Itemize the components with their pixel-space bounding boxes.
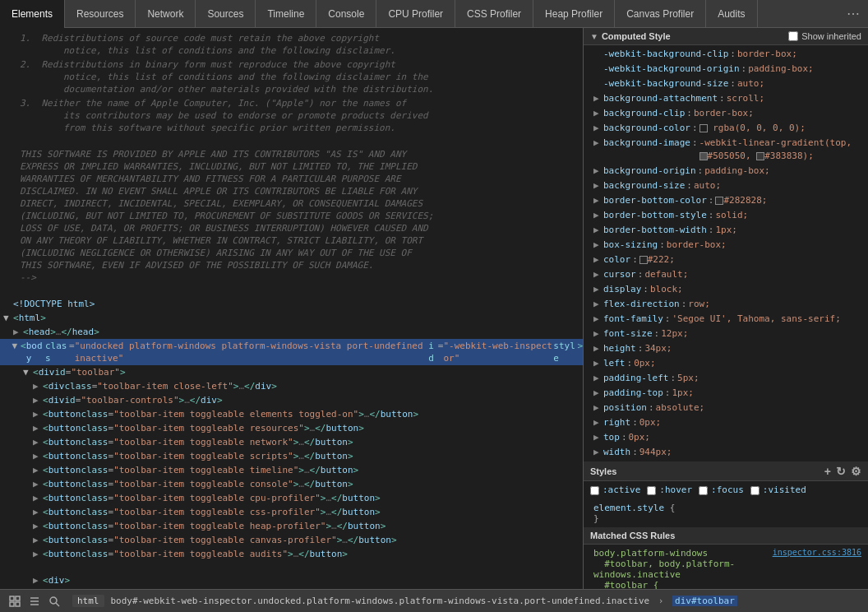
prop-position[interactable]: ▶ position: absolute; bbox=[584, 401, 868, 415]
inspect-icon[interactable] bbox=[7, 593, 23, 610]
prop-arrow[interactable]: ▶ bbox=[593, 122, 603, 135]
tab-audits[interactable]: Audits bbox=[706, 0, 757, 28]
head-collapsed[interactable]: ▶ <head>…</head> bbox=[0, 325, 583, 339]
new-rule-icon[interactable]: + bbox=[824, 465, 831, 478]
btn-console[interactable]: ▶ <button class="toolbar-item toggleable… bbox=[0, 477, 583, 491]
computed-style-toggle-icon[interactable]: ▼ bbox=[590, 32, 598, 41]
prop-arrow[interactable]: ▶ bbox=[593, 313, 603, 326]
prop-width[interactable]: ▶ width: 944px; bbox=[584, 445, 868, 460]
prop-arrow[interactable]: ▶ bbox=[593, 107, 603, 120]
prop-arrow[interactable]: ▶ bbox=[593, 357, 603, 370]
prop-arrow[interactable]: ▶ bbox=[593, 137, 603, 150]
tab-timeline[interactable]: Timeline bbox=[256, 0, 316, 28]
pseudo-hover-checkbox[interactable] bbox=[647, 486, 656, 495]
pseudo-hover[interactable]: :hover bbox=[647, 483, 692, 498]
toolbar-close-left[interactable]: ▶ <div class="toolbar-item close-left">…… bbox=[0, 379, 583, 393]
pseudo-focus-checkbox[interactable] bbox=[699, 486, 708, 495]
rule-1-file[interactable]: inspector.css:3816 bbox=[773, 548, 861, 589]
prop-arrow[interactable]: ▶ bbox=[593, 209, 603, 222]
prop-border-bottom-style[interactable]: ▶ border-bottom-style: solid; bbox=[584, 208, 868, 223]
prop-arrow[interactable]: ▶ bbox=[593, 165, 603, 178]
search-icon[interactable] bbox=[46, 593, 62, 610]
btn-heap[interactable]: ▶ <button class="toolbar-item toggleable… bbox=[0, 519, 583, 533]
tab-heap-profiler[interactable]: Heap Profiler bbox=[533, 0, 615, 28]
prop-bg-clip[interactable]: ▶ background-clip: border-box; bbox=[584, 106, 868, 121]
prop-font-size[interactable]: ▶ font-size: 12px; bbox=[584, 327, 868, 341]
div-collapsed[interactable]: ▶ <div> bbox=[0, 573, 583, 587]
prop-bg-attachment[interactable]: ▶ background-attachment: scroll; bbox=[584, 91, 868, 106]
btn-elements[interactable]: ▶ <button class="toolbar-item toggleable… bbox=[0, 407, 583, 421]
bottom-html-label[interactable]: html bbox=[72, 595, 104, 607]
prop-arrow[interactable]: ▶ bbox=[593, 179, 603, 192]
pseudo-active-checkbox[interactable] bbox=[590, 486, 599, 495]
body-open-line[interactable]: ▼ <body class="undocked platform-windows… bbox=[0, 339, 583, 365]
tab-resources[interactable]: Resources bbox=[65, 0, 136, 28]
tab-css-profiler[interactable]: CSS Profiler bbox=[455, 0, 533, 28]
prop-arrow[interactable]: ▶ bbox=[593, 194, 603, 207]
html-open-line[interactable]: ▼ <html> bbox=[0, 311, 583, 325]
prop-font-family[interactable]: ▶ font-family: 'Segoe UI', Tahoma, sans-… bbox=[584, 312, 868, 327]
pseudo-focus[interactable]: :focus bbox=[699, 483, 744, 498]
btn-cpu[interactable]: ▶ <button class="toolbar-item toggleable… bbox=[0, 491, 583, 505]
tab-canvas-profiler[interactable]: Canvas Profiler bbox=[615, 0, 706, 28]
prop-bg-color[interactable]: ▶ background-color: rgba(0, 0, 0, 0); bbox=[584, 121, 868, 136]
prop-height[interactable]: ▶ height: 34px; bbox=[584, 341, 868, 356]
prop-arrow[interactable]: ▶ bbox=[593, 342, 603, 355]
prop-arrow[interactable]: ▶ bbox=[593, 446, 603, 459]
prop-bg-origin[interactable]: ▶ background-origin: padding-box; bbox=[584, 164, 868, 178]
prop-arrow[interactable]: ▶ bbox=[593, 387, 603, 400]
list-icon[interactable] bbox=[26, 593, 43, 610]
prop-arrow[interactable]: ▶ bbox=[593, 431, 603, 444]
pseudo-active[interactable]: :active bbox=[590, 483, 640, 498]
prop-arrow[interactable]: ▶ bbox=[593, 239, 603, 252]
btn-timeline[interactable]: ▶ <button class="toolbar-item toggleable… bbox=[0, 463, 583, 477]
pseudo-visited[interactable]: :visited bbox=[750, 483, 806, 498]
prop-box-sizing[interactable]: ▶ box-sizing: border-box; bbox=[584, 238, 868, 253]
prop-display[interactable]: ▶ display: block; bbox=[584, 282, 868, 297]
tab-console[interactable]: Console bbox=[316, 0, 376, 28]
show-inherited-checkbox[interactable] bbox=[788, 31, 798, 41]
prop-bg-image[interactable]: ▶ background-image: -webkit-linear-gradi… bbox=[584, 136, 868, 164]
div-main[interactable]: ▼ <div id="main"> bbox=[0, 587, 583, 589]
prop-top[interactable]: ▶ top: 0px; bbox=[584, 430, 868, 445]
btn-canvas[interactable]: ▶ <button class="toolbar-item toggleable… bbox=[0, 533, 583, 547]
prop-border-bottom-width[interactable]: ▶ border-bottom-width: 1px; bbox=[584, 223, 868, 238]
btn-scripts[interactable]: ▶ <button class="toolbar-item toggleable… bbox=[0, 449, 583, 463]
btn-css[interactable]: ▶ <button class="toolbar-item toggleable… bbox=[0, 505, 583, 519]
div-toolbar-line[interactable]: ▼ <div id="toolbar"> bbox=[0, 365, 583, 379]
tab-elements[interactable]: Elements bbox=[0, 0, 65, 28]
prop-flex-direction[interactable]: ▶ flex-direction: row; bbox=[584, 297, 868, 312]
prop-color[interactable]: ▶ color: #222; bbox=[584, 253, 868, 267]
btn-resources[interactable]: ▶ <button class="toolbar-item toggleable… bbox=[0, 421, 583, 435]
prop-arrow[interactable]: ▶ bbox=[593, 372, 603, 385]
prop-arrow[interactable]: ▶ bbox=[593, 416, 603, 429]
prop-arrow[interactable]: ▶ bbox=[593, 92, 603, 105]
settings-icon[interactable]: ⚙ bbox=[851, 465, 861, 478]
prop-arrow[interactable]: ▶ bbox=[593, 401, 603, 415]
prop-bg-size[interactable]: ▶ background-size: auto; bbox=[584, 178, 868, 193]
tab-network[interactable]: Network bbox=[136, 0, 196, 28]
tabs-overflow-button[interactable]: ⋯ bbox=[838, 0, 868, 28]
prop-border-bottom-color[interactable]: ▶ border-bottom-color: #282828; bbox=[584, 193, 868, 208]
bottom-active-element[interactable]: div#toolbar bbox=[672, 596, 737, 606]
prop-arrow[interactable]: ▶ bbox=[593, 327, 603, 341]
prop-arrow[interactable]: ▶ bbox=[593, 268, 603, 281]
prop-padding-top[interactable]: ▶ padding-top: 1px; bbox=[584, 386, 868, 401]
tab-sources[interactable]: Sources bbox=[196, 0, 256, 28]
prop-arrow[interactable]: ▶ bbox=[593, 224, 603, 237]
prop-arrow[interactable]: ▶ bbox=[593, 283, 603, 296]
pseudo-visited-checkbox[interactable] bbox=[750, 486, 760, 495]
toolbar-controls[interactable]: ▶ <div id="toolbar-controls">…</div> bbox=[0, 393, 583, 407]
prop-arrow[interactable]: ▶ bbox=[593, 298, 603, 311]
prop-left[interactable]: ▶ left: 0px; bbox=[584, 356, 868, 371]
html-source-panel[interactable]: 1. Redistributions of source code must r… bbox=[0, 28, 584, 589]
tab-cpu-profiler[interactable]: CPU Profiler bbox=[376, 0, 455, 28]
prop-right[interactable]: ▶ right: 0px; bbox=[584, 415, 868, 430]
btn-audits[interactable]: ▶ <button class="toolbar-item toggleable… bbox=[0, 547, 583, 561]
prop-arrow[interactable]: ▶ bbox=[593, 253, 603, 267]
prop-cursor[interactable]: ▶ cursor: default; bbox=[584, 267, 868, 282]
refresh-icon[interactable]: ↻ bbox=[836, 465, 846, 478]
bottom-breadcrumb[interactable]: body#-webkit-web-inspector.undocked.plat… bbox=[111, 596, 737, 606]
prop-padding-left[interactable]: ▶ padding-left: 5px; bbox=[584, 371, 868, 386]
btn-network[interactable]: ▶ <button class="toolbar-item toggleable… bbox=[0, 435, 583, 449]
